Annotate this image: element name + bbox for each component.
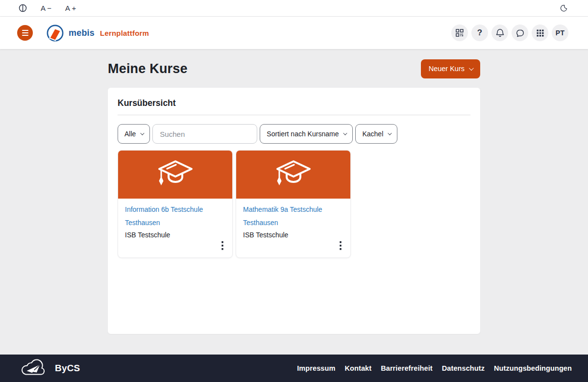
graduation-cap-icon [156,159,195,190]
font-increase-label: A + [65,4,76,12]
app-name: Lernplattform [100,29,149,37]
chevron-down-icon [141,131,145,135]
qr-code-icon [456,29,464,37]
contrast-icon [19,4,27,12]
accessibility-toolbar: A − A + [0,0,588,17]
group-filter-label: Alle [124,130,136,138]
course-card-grid: Information 6b Testschule Testhausen ISB… [118,150,470,258]
footer-link-datenschutz[interactable]: Datenschutz [442,364,485,372]
qr-code-button[interactable] [451,25,468,41]
kebab-menu-icon [340,241,342,250]
chevron-down-icon [343,131,347,135]
app-header: mebis Lernplattform ? [0,17,588,49]
footer-links: Impressum Kontakt Barrierefreiheit Daten… [297,364,572,372]
mebis-logo-icon [46,24,64,42]
moon-icon [560,4,567,12]
footer-link-barrierefreiheit[interactable]: Barrierefreiheit [381,364,433,372]
kebab-menu-icon [221,241,223,250]
graduation-cap-icon [274,159,313,190]
font-increase-button[interactable]: A + [65,4,76,12]
course-overview-panel: Kursübersicht Alle Sortiert nach Kursnam… [108,88,480,334]
help-icon: ? [477,28,482,38]
page-title: Meine Kurse [108,61,188,76]
page-footer: ByCS Impressum Kontakt Barrierefreiheit … [0,355,588,382]
footer-link-nutzungsbedingungen[interactable]: Nutzungsbedingungen [494,364,572,372]
group-filter-dropdown[interactable]: Alle [118,124,150,144]
course-title-link[interactable]: Information 6b Testschule Testhausen [125,203,225,229]
new-course-button[interactable]: Neuer Kurs [421,59,480,78]
apps-grid-button[interactable] [532,25,548,41]
dark-mode-toggle[interactable] [560,4,567,12]
avatar-initials: PT [556,29,565,37]
footer-link-impressum[interactable]: Impressum [297,364,335,372]
course-image-link[interactable] [118,151,232,199]
main-menu-button[interactable] [17,25,33,41]
font-decrease-label: A − [41,4,51,12]
course-school: ISB Testschule [243,230,343,240]
course-kebab-menu-button[interactable] [220,240,225,253]
profile-avatar[interactable]: PT [552,25,568,41]
course-kebab-menu-button[interactable] [338,240,343,253]
bell-icon [496,28,504,37]
header-action-icons: ? PT [451,25,568,41]
apps-grid-icon [537,29,544,37]
chat-bubble-icon [516,29,524,37]
view-filter-dropdown[interactable]: Kachel [355,124,397,144]
footer-link-kontakt[interactable]: Kontakt [344,364,371,372]
messages-button[interactable] [512,25,528,41]
footer-brand-name: ByCS [55,363,80,374]
bycs-logo: ByCS [16,358,80,378]
bycs-cloud-icon [16,358,51,378]
new-course-label: Neuer Kurs [429,65,465,73]
panel-title: Kursübersicht [118,98,470,108]
search-input[interactable] [152,124,257,144]
view-filter-label: Kachel [362,130,383,138]
notifications-button[interactable] [491,25,508,41]
course-title-link[interactable]: Mathematik 9a Testschule Testhausen [243,203,343,229]
course-image-link[interactable] [236,151,350,199]
chevron-down-icon [469,66,474,71]
mebis-logo[interactable]: mebis Lernplattform [46,24,149,42]
sort-filter-label: Sortiert nach Kursname [267,130,339,138]
font-decrease-button[interactable]: A − [41,4,51,12]
help-button[interactable]: ? [471,25,488,41]
contrast-toggle-button[interactable] [19,4,27,12]
sort-filter-dropdown[interactable]: Sortiert nach Kursname [260,124,353,144]
hamburger-icon [22,30,28,31]
course-school: ISB Testschule [125,230,225,240]
brand-name: mebis [69,28,95,38]
course-card: Information 6b Testschule Testhausen ISB… [118,150,233,258]
chevron-down-icon [388,131,392,135]
main-area: Meine Kurse Neuer Kurs Kursübersicht All… [0,49,588,355]
divider [118,115,470,115]
course-card: Mathematik 9a Testschule Testhausen ISB … [236,150,351,258]
filter-bar: Alle Sortiert nach Kursname Kachel [118,124,470,144]
